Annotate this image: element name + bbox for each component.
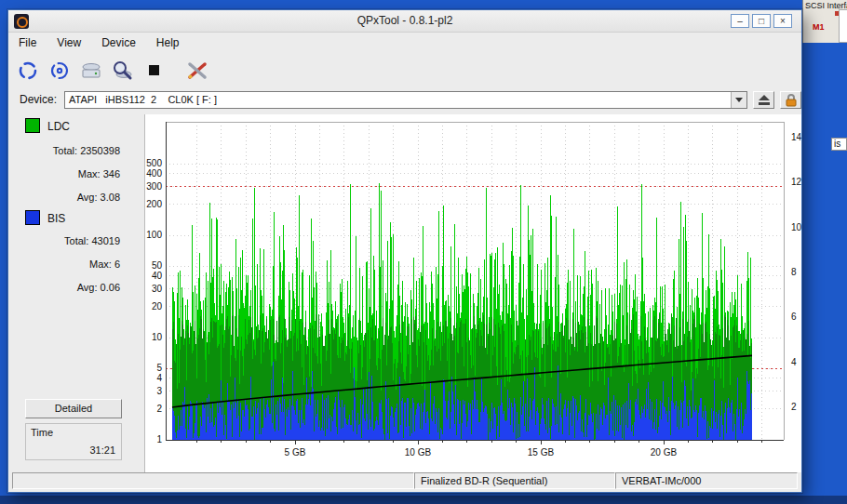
ldc-label: LDC — [47, 120, 70, 133]
eject-icon — [756, 93, 773, 107]
menu-help[interactable]: Help — [146, 33, 190, 53]
background-window-fragment: is — [831, 138, 847, 151]
menu-device[interactable]: Device — [91, 33, 146, 53]
svg-text:20 GB: 20 GB — [651, 447, 678, 458]
results-sidebar: LDC Total: 2350398 Max: 346 Avg: 3.08 BI… — [16, 114, 139, 470]
status-bar: Finalized BD-R (Sequential) VERBAT-IMc/0… — [8, 472, 801, 491]
preferences-button[interactable] — [185, 59, 209, 83]
device-label: Device: — [20, 93, 57, 106]
bis-max: Max: 6 — [16, 259, 120, 270]
scan-arc-icon — [18, 60, 38, 81]
drive-icon — [80, 60, 102, 81]
svg-text:400: 400 — [146, 168, 162, 179]
background-window: SCSI Interface 4 M1 — [802, 0, 847, 43]
bis-label: BIS — [47, 212, 65, 225]
svg-text:10: 10 — [791, 222, 802, 232]
svg-text:2: 2 — [156, 404, 162, 414]
ldc-color-swatch — [25, 118, 40, 133]
media-info-button[interactable] — [111, 59, 135, 83]
svg-text:500: 500 — [146, 158, 162, 168]
svg-text:10 GB: 10 GB — [405, 447, 432, 458]
title-bar[interactable]: QPxTool - 0.8.1-pl2 – □ × — [8, 10, 801, 33]
close-button[interactable]: × — [773, 14, 792, 28]
svg-text:40: 40 — [152, 271, 163, 281]
bis-color-swatch — [25, 210, 40, 225]
chevron-down-icon — [735, 98, 743, 102]
svg-text:15 GB: 15 GB — [528, 447, 555, 458]
maximize-button[interactable]: □ — [752, 14, 771, 28]
bis-total: Total: 43019 — [16, 235, 120, 246]
stop-button[interactable] — [142, 59, 167, 83]
device-combobox[interactable]: ATAPI iHBS112 2 CL0K [ F: ] — [64, 91, 747, 109]
time-label: Time — [31, 427, 53, 438]
svg-text:8: 8 — [791, 267, 797, 277]
combobox-dropdown-button[interactable] — [731, 92, 746, 108]
status-left — [12, 472, 414, 489]
eject-button[interactable] — [753, 91, 774, 109]
qpxtool-window: QPxTool - 0.8.1-pl2 – □ × File View Devi… — [7, 9, 802, 493]
svg-text:14: 14 — [791, 132, 802, 142]
menu-view[interactable]: View — [47, 33, 91, 53]
time-value: 31:21 — [89, 444, 115, 456]
device-combobox-value: ATAPI iHBS112 2 CL0K [ F: ] — [69, 94, 217, 105]
scan-start-button[interactable] — [16, 59, 40, 83]
ldc-total: Total: 2350398 — [16, 145, 120, 156]
ldc-max: Max: 346 — [16, 168, 120, 179]
svg-text:4: 4 — [156, 373, 162, 383]
quality-scan-plot: 5004003002001005040302010543211412108642… — [145, 114, 802, 470]
menu-file[interactable]: File — [8, 33, 47, 53]
taskbar-edge — [0, 496, 847, 504]
svg-text:5 GB: 5 GB — [285, 447, 306, 458]
minimize-button[interactable]: – — [731, 14, 749, 28]
disc-refresh-button[interactable] — [47, 59, 72, 83]
svg-text:1: 1 — [156, 434, 162, 444]
background-window-list — [839, 9, 847, 43]
svg-text:300: 300 — [146, 181, 162, 192]
window-title: QPxTool - 0.8.1-pl2 — [8, 14, 801, 27]
svg-text:10: 10 — [152, 332, 163, 342]
drive-button[interactable] — [79, 59, 103, 83]
svg-text:20: 20 — [152, 301, 163, 312]
time-group: Time 31:21 — [25, 423, 122, 460]
menu-bar: File View Device Help — [8, 33, 801, 53]
lock-icon — [783, 92, 800, 107]
background-window-badge: M1 — [813, 22, 825, 32]
svg-text:3: 3 — [156, 386, 162, 396]
stop-icon — [144, 60, 165, 81]
svg-text:50: 50 — [152, 260, 163, 271]
svg-text:2: 2 — [791, 402, 797, 412]
status-media-id: VERBAT-IMc/000 — [615, 472, 798, 489]
settings-tools-icon — [186, 60, 208, 81]
status-disc-type: Finalized BD-R (Sequential) — [414, 472, 615, 489]
bis-avg: Avg: 0.06 — [16, 282, 120, 293]
svg-text:200: 200 — [146, 199, 162, 209]
desktop: SCSI Interface 4 M1 is QPxTool - 0.8.1-p… — [0, 0, 847, 504]
search-disc-icon — [112, 60, 134, 81]
ldc-avg: Avg: 3.08 — [16, 192, 120, 203]
svg-text:30: 30 — [152, 284, 163, 294]
svg-text:12: 12 — [791, 177, 802, 187]
device-row: Device: ATAPI iHBS112 2 CL0K [ F: ] — [8, 88, 801, 111]
lock-button[interactable] — [780, 91, 801, 109]
svg-text:6: 6 — [791, 312, 797, 322]
svg-text:4: 4 — [791, 357, 797, 367]
scan-chart: 5004003002001005040302010543211412108642… — [144, 114, 801, 472]
detailed-button[interactable]: Detailed — [25, 399, 122, 418]
toolbar — [8, 53, 801, 88]
svg-text:100: 100 — [146, 230, 162, 240]
disc-refresh-icon — [49, 60, 70, 81]
svg-text:5: 5 — [156, 363, 162, 373]
